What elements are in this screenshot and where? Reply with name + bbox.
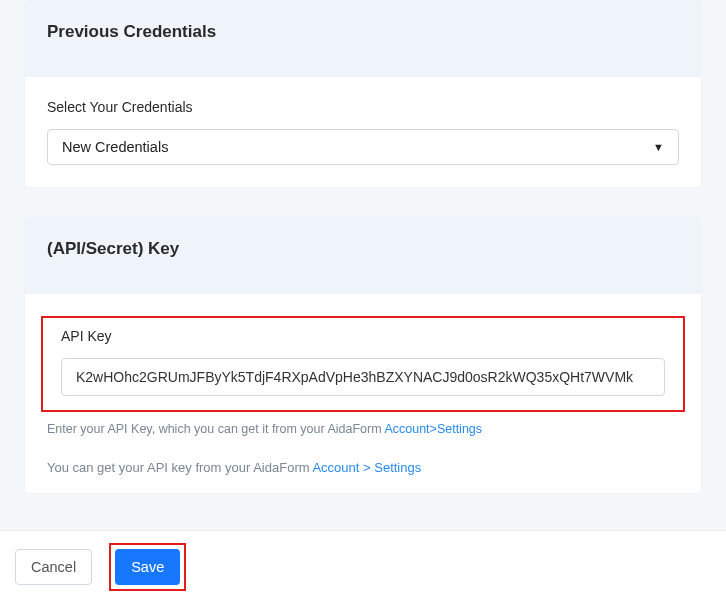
account-settings-link-1[interactable]: Account>Settings (384, 422, 482, 436)
previous-credentials-title: Previous Credentials (47, 22, 679, 42)
save-button[interactable]: Save (115, 549, 180, 585)
select-credentials-label: Select Your Credentials (47, 99, 679, 115)
api-key-label: API Key (61, 328, 665, 344)
card-body: Select Your Credentials New Credentials … (25, 77, 701, 187)
card-body: API Key Enter your API Key, which you ca… (25, 294, 701, 493)
api-key-highlight-frame: API Key (41, 316, 685, 412)
api-key-help-1: Enter your API Key, which you can get it… (47, 422, 679, 436)
api-key-input[interactable] (61, 358, 665, 396)
save-highlight-frame: Save (109, 543, 186, 591)
credentials-select[interactable]: New Credentials ▼ (47, 129, 679, 165)
card-header: Previous Credentials (25, 0, 701, 77)
previous-credentials-card: Previous Credentials Select Your Credent… (25, 0, 701, 187)
caret-down-icon: ▼ (653, 141, 664, 153)
account-settings-link-2[interactable]: Account > Settings (312, 460, 421, 475)
api-key-help-2: You can get your API key from your AidaF… (47, 460, 679, 475)
credentials-select-value: New Credentials (62, 139, 168, 155)
cancel-button[interactable]: Cancel (15, 549, 92, 585)
footer-bar: Cancel Save (0, 530, 726, 599)
api-secret-card: (API/Secret) Key API Key Enter your API … (25, 217, 701, 493)
card-header: (API/Secret) Key (25, 217, 701, 294)
api-secret-title: (API/Secret) Key (47, 239, 679, 259)
